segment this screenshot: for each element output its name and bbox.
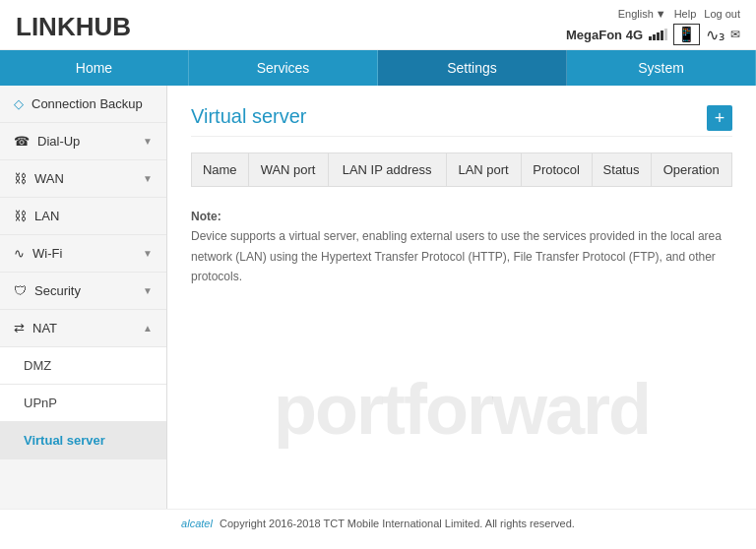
sidebar-item-wan[interactable]: ⛓ WAN ▼: [0, 160, 166, 198]
data-table: Name WAN port LAN IP address LAN port Pr…: [191, 152, 732, 187]
col-wan-port: WAN port: [248, 153, 328, 187]
col-name: Name: [192, 153, 249, 187]
sidebar-item-connection-backup[interactable]: ◇ Connection Backup: [0, 86, 166, 123]
lan-icon: ⛓: [14, 209, 27, 223]
nav-settings[interactable]: Settings: [378, 50, 567, 86]
logo-link: LINK: [16, 12, 76, 41]
wifi-icon: ∿: [14, 246, 25, 261]
footer-brand: alcatel: [181, 518, 213, 529]
help-link[interactable]: Help: [674, 8, 697, 20]
logout-link[interactable]: Log out: [704, 8, 740, 20]
chevron-down-icon: ▼: [143, 285, 153, 296]
add-button[interactable]: +: [707, 105, 732, 131]
footer: alcatel Copyright 2016-2018 TCT Mobile I…: [0, 509, 756, 537]
chevron-down-icon: ▼: [656, 8, 666, 20]
phone-icon: ☎: [14, 134, 30, 149]
col-protocol: Protocol: [521, 153, 592, 187]
main-layout: ◇ Connection Backup ☎ Dial-Up ▼ ⛓ WAN ▼ …: [0, 86, 756, 509]
nav-system[interactable]: System: [567, 50, 756, 86]
table-header-row: Name WAN port LAN IP address LAN port Pr…: [192, 153, 732, 187]
sidebar-item-dmz[interactable]: DMZ: [0, 347, 166, 385]
main-content: Virtual server + Name WAN port LAN IP ad…: [167, 86, 756, 509]
sidebar-label-dmz: DMZ: [24, 358, 51, 373]
sidebar-item-dial-up[interactable]: ☎ Dial-Up ▼: [0, 123, 166, 160]
sidebar-label-connection-backup: Connection Backup: [32, 96, 143, 111]
signal-strength-icon: [649, 29, 667, 40]
top-links: English ▼ Help Log out: [618, 8, 740, 20]
watermark: portforward: [167, 369, 756, 450]
nat-submenu: DMZ UPnP Virtual server: [0, 347, 166, 459]
nav-services[interactable]: Services: [189, 50, 378, 86]
header: LINKHUB English ▼ Help Log out MegaFon 4…: [0, 0, 756, 50]
nat-icon: ⇄: [14, 321, 25, 336]
logo: LINKHUB: [16, 12, 131, 42]
sidebar-item-virtual-server[interactable]: Virtual server: [0, 422, 166, 459]
col-lan-port: LAN port: [446, 153, 521, 187]
sidebar-label-upnp: UPnP: [24, 396, 57, 410]
nav-home[interactable]: Home: [0, 50, 189, 86]
main-nav: Home Services Settings System: [0, 50, 756, 86]
sidebar-label-security: Security: [34, 283, 81, 298]
sidebar-label-dial-up: Dial-Up: [37, 134, 80, 149]
sidebar-label-wifi: Wi-Fi: [32, 246, 62, 261]
sidebar-item-upnp[interactable]: UPnP: [0, 385, 166, 422]
envelope-icon: ✉: [730, 28, 740, 41]
language-label: English: [618, 8, 654, 20]
signal-bar: MegaFon 4G 📱 ∿₃ ✉: [566, 24, 740, 45]
chevron-down-icon: ▼: [143, 173, 153, 184]
sidebar-item-lan[interactable]: ⛓ LAN: [0, 198, 166, 235]
wifi-icon: ∿₃: [706, 26, 724, 44]
chevron-up-icon: ▲: [143, 323, 153, 334]
sidebar-label-nat: NAT: [32, 321, 57, 336]
note-label: Note:: [191, 210, 221, 223]
phone-icon: 📱: [673, 24, 700, 45]
sidebar-item-wifi[interactable]: ∿ Wi-Fi ▼: [0, 235, 166, 273]
carrier-name: MegaFon 4G: [566, 28, 643, 42]
sidebar-item-security[interactable]: 🛡 Security ▼: [0, 273, 166, 310]
page-title: Virtual server: [191, 105, 732, 137]
footer-copyright: Copyright 2016-2018 TCT Mobile Internati…: [220, 518, 575, 529]
chevron-down-icon: ▼: [143, 136, 153, 147]
logo-hub: HUB: [76, 12, 131, 41]
note-text: Device supports a virtual server, enabli…: [191, 229, 722, 283]
sidebar: ◇ Connection Backup ☎ Dial-Up ▼ ⛓ WAN ▼ …: [0, 86, 167, 509]
sidebar-label-virtual-server: Virtual server: [24, 433, 105, 448]
col-operation: Operation: [651, 153, 732, 187]
wan-icon: ⛓: [14, 171, 27, 186]
col-lan-ip: LAN IP address: [328, 153, 446, 187]
sidebar-label-wan: WAN: [34, 171, 64, 186]
sidebar-label-lan: LAN: [34, 209, 59, 223]
language-selector[interactable]: English ▼: [618, 8, 666, 20]
shield-icon: 🛡: [14, 283, 27, 298]
chevron-down-icon: ▼: [143, 248, 153, 259]
sidebar-item-nat[interactable]: ⇄ NAT ▲: [0, 310, 166, 347]
diamond-icon: ◇: [14, 96, 24, 111]
note-section: Note: Device supports a virtual server, …: [191, 207, 732, 287]
virtual-server-table: Name WAN port LAN IP address LAN port Pr…: [191, 152, 732, 187]
header-right: English ▼ Help Log out MegaFon 4G 📱 ∿₃ ✉: [566, 8, 740, 45]
col-status: Status: [592, 153, 651, 187]
